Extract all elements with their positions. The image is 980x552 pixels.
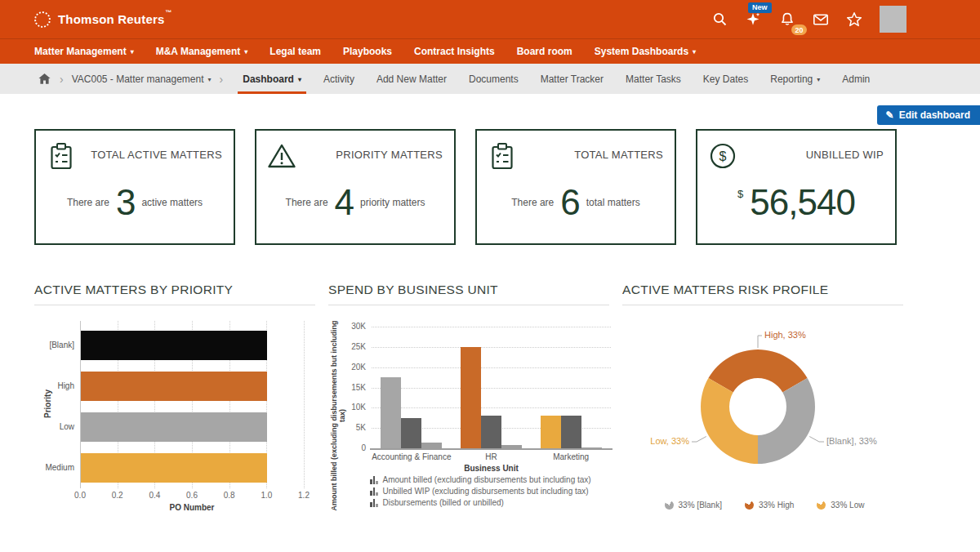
x-tick-label: 0.6: [180, 491, 204, 500]
tab-label: Add New Matter: [376, 73, 447, 85]
dollar-circle-icon: $: [708, 141, 737, 171]
category-label: [Blank]: [34, 341, 74, 349]
home-icon: [38, 72, 51, 86]
tab-key-dates[interactable]: Key Dates: [703, 64, 748, 94]
currency-symbol: $: [737, 188, 743, 200]
tab-label: Documents: [469, 73, 519, 85]
edit-dashboard-button[interactable]: ✎ Edit dashboard: [877, 105, 980, 125]
kpi-card-total-matters[interactable]: TOTAL MATTERS There are 6 total matters: [475, 129, 676, 245]
new-badge: New: [748, 2, 772, 13]
clipboard-check-icon: [47, 141, 76, 171]
bar: [501, 445, 522, 448]
nav-label: System Dashboards: [595, 46, 688, 57]
ai-sparkle-icon[interactable]: [746, 11, 762, 28]
donut-slice-[Blank]: [758, 378, 815, 464]
kpi-value: 6: [560, 185, 579, 220]
pie-legend-item: 33% Low: [817, 501, 864, 510]
nav-label: Board room: [517, 46, 572, 57]
bar: [461, 347, 481, 448]
x-tick-label: 1.0: [254, 491, 278, 500]
gridline: [372, 327, 611, 327]
nav-label: Legal team: [270, 46, 321, 57]
trademark: ™: [166, 9, 172, 16]
bar: [561, 416, 581, 448]
donut-slice-High: [708, 349, 807, 392]
gridline: [372, 407, 611, 408]
x-axis-title: Business Unit: [372, 464, 611, 473]
breadcrumb-separator-icon: ›: [51, 64, 72, 94]
legend-label: Disbursements (billed or unbilled): [383, 498, 504, 507]
x-tick-label: 0.2: [105, 491, 130, 500]
kpi-prefix: There are: [67, 197, 109, 208]
tab-activity[interactable]: Activity: [323, 64, 354, 94]
main-nav-bar: Matter Management▾ M&A Management▾ Legal…: [0, 38, 980, 64]
mail-icon[interactable]: [813, 11, 829, 28]
nav-item-playbooks[interactable]: Playbooks: [343, 46, 392, 57]
nav-item-contract-insights[interactable]: Contract Insights: [414, 46, 495, 57]
matter-tabs: Dashboard▾ Activity Add New Matter Docum…: [243, 64, 870, 94]
tab-label: Admin: [842, 73, 870, 85]
nav-label: Matter Management: [34, 46, 127, 57]
slice-callout: [Blank], 33%: [826, 436, 877, 446]
pencil-icon: ✎: [886, 110, 894, 120]
top-icon-group: [712, 0, 906, 38]
gridline: [372, 347, 611, 348]
thomson-reuters-logo[interactable]: Thomson Reuters™: [34, 0, 172, 38]
caret-down-icon: ▾: [131, 49, 134, 56]
divider: [622, 305, 903, 305]
category-label: High: [34, 381, 74, 390]
nav-item-board-room[interactable]: Board room: [517, 46, 572, 57]
kpi-title: UNBILLED WIP: [806, 149, 884, 161]
nav-item-ma-management[interactable]: M&A Management▾: [156, 46, 248, 57]
kpi-card-unbilled-wip[interactable]: $ UNBILLED WIP $ 56,540: [696, 129, 897, 245]
tab-add-new-matter[interactable]: Add New Matter: [376, 64, 447, 94]
favorites-star-icon[interactable]: [846, 11, 862, 28]
pie-legend: 33% [Blank]33% High33% Low: [622, 501, 906, 510]
donut-svg: High, 33% [Blank], 33% Low, 33%: [622, 314, 906, 501]
chart-active-matters-by-priority: ACTIVE MATTERS BY PRIORITY 0.00.20.40.60…: [34, 278, 318, 549]
gridline: [372, 367, 611, 368]
legend-item: Unbilled WIP (excluding disbursements bu…: [370, 487, 589, 496]
avatar[interactable]: [880, 6, 906, 33]
tab-label: Key Dates: [703, 73, 748, 85]
nav-item-system-dashboards[interactable]: System Dashboards▾: [595, 46, 696, 57]
horizontal-bar-chart: 0.00.20.40.60.81.01.2[Blank]HighLowMediu…: [34, 314, 318, 549]
chart-title: SPEND BY BUSINESS UNIT: [328, 283, 498, 297]
legend-item: Disbursements (billed or unbilled): [370, 498, 504, 507]
caret-down-icon: ▾: [208, 77, 212, 83]
edit-dashboard-label: Edit dashboard: [899, 109, 970, 121]
svg-text:$: $: [719, 149, 727, 163]
tab-matter-tasks[interactable]: Matter Tasks: [626, 64, 681, 94]
tab-admin[interactable]: Admin: [842, 64, 870, 94]
tab-label: Activity: [323, 73, 354, 85]
kpi-card-total-active-matters[interactable]: TOTAL ACTIVE MATTERS There are 3 active …: [34, 129, 235, 245]
tab-reporting[interactable]: Reporting▾: [770, 64, 820, 94]
pie-legend-icon: [815, 499, 827, 511]
home-breadcrumb[interactable]: [38, 64, 51, 94]
breadcrumb-matter[interactable]: VAC005 - Matter management▾: [72, 64, 212, 94]
kpi-card-priority-matters[interactable]: PRIORITY MATTERS There are 4 priority ma…: [255, 129, 456, 245]
nav-item-legal-team[interactable]: Legal team: [270, 46, 321, 57]
search-icon[interactable]: [712, 11, 728, 28]
x-tick-label: 1.2: [292, 491, 316, 500]
tab-dashboard[interactable]: Dashboard▾: [243, 64, 301, 94]
breadcrumb-separator-icon: ›: [212, 64, 232, 94]
breadcrumb-matter-label: VAC005 - Matter management: [72, 73, 204, 85]
bar: [81, 412, 267, 442]
x-tick-label: 0.4: [142, 491, 167, 500]
kpi-prefix: There are: [286, 197, 328, 208]
category-label: Marketing: [514, 452, 628, 461]
kpi-value: 56,540: [750, 185, 855, 220]
tab-label: Reporting: [770, 73, 813, 85]
tab-documents[interactable]: Documents: [469, 64, 519, 94]
legend-label: 33% [Blank]: [679, 501, 722, 510]
nav-item-matter-management[interactable]: Matter Management▾: [34, 46, 134, 57]
kpi-title: TOTAL MATTERS: [574, 149, 663, 161]
gridline: [372, 388, 611, 389]
legend-item: Amount billed (excluding disbursements b…: [370, 475, 591, 484]
kpi-suffix: priority matters: [360, 197, 425, 208]
tab-matter-tracker[interactable]: Matter Tracker: [541, 64, 604, 94]
tab-label: Matter Tracker: [541, 73, 604, 85]
top-header-bar: Thomson Reuters™ New 20: [0, 0, 980, 38]
tab-label: Dashboard: [243, 73, 294, 85]
